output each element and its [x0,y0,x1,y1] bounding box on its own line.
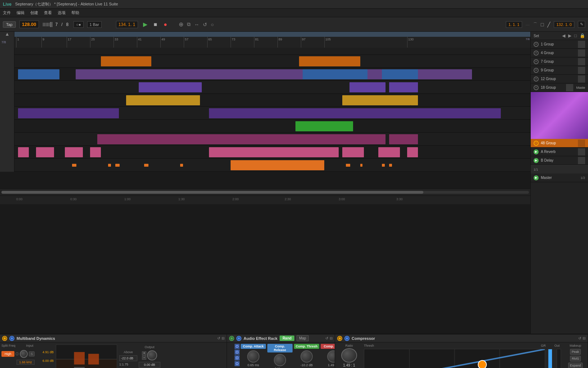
side-panel-lock-icon[interactable]: 🔒 [580,33,585,38]
multiband-close-icon[interactable]: ⊟ [222,336,224,340]
clip[interactable] [18,69,59,79]
multiband-select-button[interactable] [9,336,14,341]
stop-button[interactable]: ■ [152,21,159,29]
rack-chain-icon-2[interactable] [235,350,240,355]
clip[interactable] [209,108,501,118]
clip[interactable] [101,56,151,66]
follow-icon[interactable]: ↔ [194,22,199,27]
side-panel-expand-icon[interactable]: □ [574,33,577,38]
clip[interactable] [382,69,418,79]
clip[interactable] [303,69,368,79]
clip[interactable] [346,164,350,167]
clip[interactable] [389,164,392,167]
rack-map-button[interactable]: Map [297,335,308,341]
comp-refresh-icon[interactable]: ↺ [578,336,581,340]
clip[interactable] [97,134,386,144]
rack-rand-button[interactable]: Rand [280,336,294,341]
metronome-display[interactable]: ○● [74,21,83,28]
high-band-button[interactable]: High [1,351,14,357]
time-scrollbar-track[interactable] [1,191,529,194]
clip[interactable] [378,147,400,157]
pencil-icon[interactable]: ✎ [578,21,585,28]
position-display[interactable]: 134. 1. 1 [116,21,138,28]
clip[interactable] [36,147,54,157]
clip[interactable] [18,147,29,157]
rack-chain-icon-3[interactable] [235,355,240,360]
clip[interactable] [90,147,101,157]
sidebar-item-1group[interactable]: ≡ 1 Group [531,40,588,49]
clip[interactable] [18,108,119,118]
output-plus-button[interactable]: + [142,351,146,355]
comp-power-button[interactable] [337,336,342,341]
rack-close-icon[interactable]: ⊟ [330,336,333,340]
sidebar-item-areverb[interactable]: ▶ A Reverb [531,148,588,156]
clip[interactable] [349,82,386,92]
multiband-power-button[interactable] [2,336,7,341]
comp-release-button[interactable]: Comp. Release [267,344,293,352]
sidebar-item-7group[interactable]: ≡ 7 Group [531,57,588,66]
comp-ratio-knob[interactable] [327,350,335,363]
comp-peak-button[interactable]: Peak [570,349,581,355]
high-solo-button[interactable]: S [29,351,35,356]
record-button[interactable]: ● [162,21,169,29]
add-icon[interactable]: ⊕ [179,21,183,28]
comp-ratio-knob[interactable] [341,348,357,363]
time-scrollbar-handle[interactable] [1,191,423,194]
comp-expand-button[interactable]: Expand [568,363,583,368]
comp-select-button[interactable] [344,336,349,341]
clip[interactable] [115,164,120,167]
clip[interactable] [139,82,202,92]
sidebar-item-12group[interactable]: ≡ 12 Group [531,75,588,83]
tap-button[interactable]: Tap [3,21,16,28]
loop-start-display[interactable]: 1. 1. 1 [506,21,522,28]
clip[interactable] [295,121,353,131]
metro-icon[interactable]: ○ [211,22,214,27]
clip[interactable] [389,82,418,92]
menu-edit[interactable]: 编辑 [17,10,24,16]
automation-icon[interactable]: ⌒ [533,22,537,27]
output-minus-button[interactable]: − [142,356,146,360]
rack-power-button[interactable] [229,336,234,341]
side-panel-right-arrow[interactable]: ▶ [568,33,571,38]
menu-file[interactable]: 文件 [3,10,11,16]
rack-chain-icon-1[interactable] [235,344,240,349]
sidebar-item-4group[interactable]: ≡ 4 Group [531,49,588,57]
menu-create[interactable]: 创建 [30,10,38,16]
clip[interactable] [411,95,418,105]
play-button[interactable]: ▶ [142,20,149,29]
clip[interactable] [299,56,360,66]
clip[interactable] [209,147,339,157]
clip[interactable] [407,147,418,157]
rack-refresh-icon[interactable]: ↺ [325,336,328,340]
clip[interactable] [382,164,385,167]
menu-options[interactable]: 选项 [58,10,66,16]
comp-rms-button[interactable]: RMS [570,356,581,362]
sidebar-item-18group[interactable]: ≡ 18 Group Maste [531,83,588,92]
sidebar-item-bdelay[interactable]: ▶ B Delay [531,156,588,165]
bpm-display[interactable]: 128.00 [19,21,39,28]
draw-icon[interactable]: □ [541,22,544,27]
loop-size-display[interactable]: 1 Bar [87,21,102,28]
loop-icon[interactable]: ↺ [203,22,207,27]
side-panel-left-arrow[interactable]: ◀ [562,33,565,38]
clip[interactable] [342,95,411,105]
menu-help[interactable]: 帮助 [71,10,79,16]
comp-attack-knob[interactable] [247,350,259,363]
clip[interactable] [360,164,362,167]
output-fader-knob[interactable] [147,350,157,360]
loop-region-bar[interactable] [0,32,530,37]
rack-chain-icon-4[interactable] [235,361,240,366]
clip[interactable] [144,164,148,167]
rack-select-button[interactable] [236,336,241,341]
sidebar-item-master[interactable]: ▶ Master 1/2 [531,174,588,182]
comp-thresh-knob[interactable] [300,350,313,363]
clip[interactable] [72,164,76,167]
clip[interactable] [389,134,418,144]
end-position-display[interactable]: 132. 1. 0 [554,21,574,28]
comp-ratio-button[interactable]: Comp. Ratio [321,344,335,349]
link-icon[interactable]: ⧉ [187,21,191,27]
sidebar-item-9group[interactable]: ≡ 9 Group [531,66,588,75]
comp-release-knob[interactable] [274,354,286,366]
clip[interactable] [65,147,83,157]
curve-icon[interactable]: ╱ [547,22,550,27]
